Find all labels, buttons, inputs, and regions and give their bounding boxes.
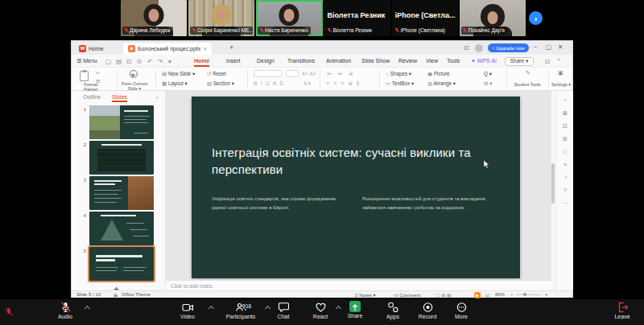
video-tile[interactable]: Дарина Лебедюк: [121, 0, 187, 36]
ribbon-tab-wps-ai[interactable]: ✦ WPS AI: [471, 58, 497, 64]
rail-tool-icon[interactable]: ⊡: [556, 123, 574, 130]
menu-button[interactable]: ☰ Menu: [76, 58, 97, 64]
ribbon-tab-transitions[interactable]: Transitions: [287, 58, 315, 64]
slide-body-column-2[interactable]: Розширення можливостей для студентів та …: [362, 195, 501, 212]
slide-show-setup-icon[interactable]: ⊟ ▾: [484, 80, 493, 87]
collapse-rail-icon[interactable]: −: [556, 97, 574, 103]
canvas-scrollbar[interactable]: [551, 163, 555, 204]
ribbon-tab-view[interactable]: View: [426, 58, 438, 64]
slide-body-column-1[interactable]: Уніфікація освітніх стандартів, яка спри…: [212, 195, 350, 212]
video-tile-active-speaker[interactable]: Настя Бирюченко: [256, 0, 322, 36]
list-buttons[interactable]: ≔≕≣: [326, 71, 359, 77]
maximize-button[interactable]: ▢: [546, 43, 551, 51]
notes-placeholder[interactable]: Click to add notes: [171, 283, 213, 289]
font-style-buttons[interactable]: BIUAS: [254, 80, 287, 86]
new-file-icon[interactable]: ▢: [105, 58, 111, 65]
slides-tab[interactable]: Slides: [112, 94, 127, 102]
close-document-icon[interactable]: ✕: [203, 46, 207, 51]
student-tools-button[interactable]: Student Tools: [510, 82, 545, 87]
collapse-ribbon-icon[interactable]: ⌃: [556, 58, 561, 65]
from-current-slide-button[interactable]: From CurrentSlide ▾: [118, 81, 151, 91]
slide-thumbnail-4[interactable]: [89, 212, 154, 245]
video-tile[interactable]: Покайніс Дар'я: [460, 0, 526, 36]
rail-adjust-icon[interactable]: ≡: [556, 162, 574, 167]
current-slide[interactable]: Інтеграція освітніх систем: сучасні викл…: [192, 97, 520, 278]
section-button[interactable]: ▧ Section ▾: [207, 80, 234, 87]
ribbon-tab-review[interactable]: Review: [398, 58, 417, 64]
slide-thumbnail-3[interactable]: [89, 176, 154, 210]
outline-tab[interactable]: Outline: [83, 94, 101, 100]
notes-toggle[interactable]: ≡ Notes ▾: [355, 292, 376, 298]
open-file-icon[interactable]: ▤: [116, 58, 122, 65]
ribbon-tab-tools[interactable]: Tools: [447, 58, 460, 64]
minimize-button[interactable]: −: [534, 43, 537, 51]
audio-button[interactable]: Audio: [39, 301, 91, 320]
editing-canvas[interactable]: Інтеграція освітніх систем: сучасні викл…: [166, 91, 551, 280]
rail-more-icon[interactable]: ⋯: [556, 200, 574, 207]
rail-help-icon[interactable]: ?: [556, 187, 574, 193]
ribbon-tab-slideshow[interactable]: Slide Show: [361, 58, 390, 64]
arrange-button[interactable]: ▥ Arrange ▾: [427, 80, 456, 87]
font-color-button[interactable]: A ▾: [303, 80, 311, 87]
comment-toggle[interactable]: ▭ Comment: [394, 292, 420, 298]
font-name-box[interactable]: [254, 70, 283, 77]
textbox-button[interactable]: ▭ TextBox ▾: [386, 80, 414, 87]
save-icon[interactable]: ⊡: [126, 58, 131, 65]
rail-tool-icon[interactable]: ⊞: [556, 136, 574, 142]
grow-shrink-font-icons[interactable]: A˄ A˅: [302, 71, 316, 76]
copy-icon[interactable]: ⊟: [96, 78, 100, 84]
more-commands-icon[interactable]: ▾: [168, 58, 171, 65]
new-tab-button[interactable]: +: [229, 43, 233, 51]
video-button[interactable]: Video: [162, 301, 213, 320]
print-icon[interactable]: ⊙: [137, 58, 142, 65]
wps-home-tab[interactable]: W Home: [76, 43, 107, 54]
upgrade-button[interactable]: ↑ Upgrade now: [488, 43, 529, 52]
align-buttons[interactable]: ≡≡≡≣⫴: [326, 80, 363, 87]
cut-icon[interactable]: ✂: [96, 70, 100, 76]
font-size-box[interactable]: [286, 70, 299, 77]
account-avatar[interactable]: [475, 44, 483, 52]
undo-icon[interactable]: ↶: [147, 58, 152, 65]
rail-tool-icon[interactable]: ⊠: [556, 110, 574, 117]
ribbon-tab-design[interactable]: Design: [257, 58, 275, 64]
slide-thumbnail-5-selected[interactable]: [89, 247, 154, 281]
rail-history-icon[interactable]: ◔: [556, 175, 574, 180]
leave-button[interactable]: Leave: [597, 301, 644, 320]
ribbon-tab-animation[interactable]: Animation: [326, 58, 351, 64]
theme-icon[interactable]: ⊞: [114, 292, 118, 298]
play-from-current-icon[interactable]: ▶: [130, 70, 138, 78]
ribbon-tab-home[interactable]: Home: [194, 58, 209, 67]
picture-button[interactable]: ▣ Picture: [427, 71, 450, 77]
zoom-out-button[interactable]: −: [510, 292, 514, 297]
next-participants-page-button[interactable]: ›: [529, 11, 543, 25]
reset-button[interactable]: ↺ Reset: [207, 71, 226, 77]
rail-favorites-icon[interactable]: ☆: [556, 149, 574, 155]
redo-icon[interactable]: ↷: [158, 58, 163, 65]
slide-thumbnail-2[interactable]: [89, 141, 154, 175]
video-tile-camera-off[interactable]: Віолетта Резник Віолетта Резник: [324, 0, 390, 36]
ribbon-tab-insert[interactable]: Insert: [226, 58, 241, 64]
view-mode-icons[interactable]: ▢ ⊞ ▤: [436, 292, 452, 298]
find-button[interactable]: Q ▾: [484, 71, 492, 76]
paste-button[interactable]: [80, 71, 89, 81]
share-document-button[interactable]: Share ▾: [505, 57, 534, 66]
fit-slide-icon[interactable]: ⊡: [485, 292, 489, 298]
close-window-button[interactable]: ✕: [558, 43, 563, 51]
zoom-slider[interactable]: [516, 294, 540, 295]
settings-button[interactable]: Settings ▾: [550, 82, 572, 87]
side-panel-icon[interactable]: ⊡: [464, 44, 469, 51]
video-tile-camera-off[interactable]: iPhone (Светла... iPhone (Светлана): [392, 0, 458, 36]
slideshow-play-button[interactable]: ▶: [474, 292, 481, 298]
shapes-button[interactable]: ○ Shapes ▾: [386, 71, 411, 76]
more-button[interactable]: More: [436, 301, 487, 320]
layout-button[interactable]: ▦ Layout ▾: [162, 80, 188, 87]
collapse-panel-icon[interactable]: ‹: [156, 94, 159, 101]
new-slide-button[interactable]: ▤ New Slide ▾: [162, 71, 195, 77]
ribbon-layout-icon[interactable]: ⊡: [545, 58, 550, 65]
zoom-in-button[interactable]: +: [545, 292, 548, 297]
slide-title-textbox[interactable]: Інтеграція освітніх систем: сучасні викл…: [212, 145, 484, 178]
theme-name[interactable]: Office Theme: [122, 292, 151, 297]
wps-document-tab[interactable]: P Болонський процес.pptx ✕: [123, 43, 212, 55]
video-tile[interactable]: Софія Бараненко МЕ...: [188, 0, 254, 36]
slide-thumbnail-1[interactable]: [89, 105, 154, 139]
